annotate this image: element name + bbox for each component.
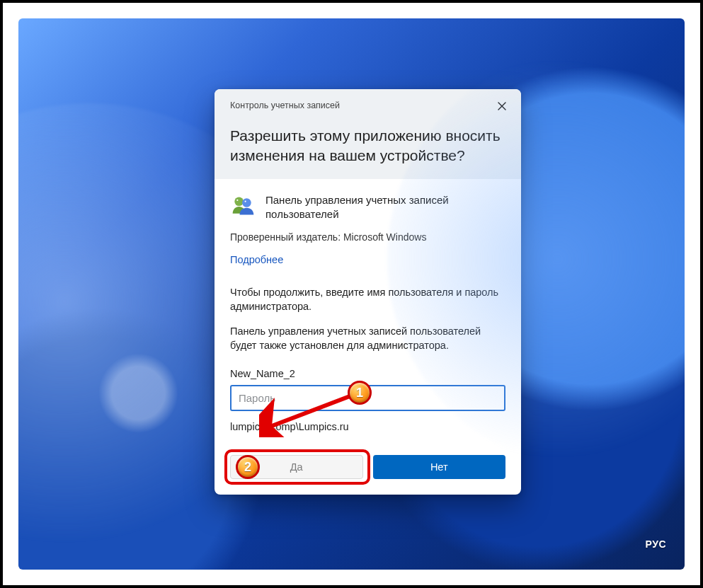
desktop-wallpaper: Контроль учетных записей Разрешить этому… xyxy=(18,18,685,570)
instruction-enter-credentials: Чтобы продолжить, введите имя пользовате… xyxy=(230,285,505,314)
users-icon xyxy=(230,193,256,219)
ime-indicator[interactable]: РУС xyxy=(646,538,666,550)
username-label: New_Name_2 xyxy=(230,368,505,379)
svg-point-0 xyxy=(234,197,244,206)
app-name: Панель управления учетных записей пользо… xyxy=(265,193,505,222)
publisher-line: Проверенный издатель: Microsoft Windows xyxy=(230,231,505,243)
instruction-applies-to-admin: Панель управления учетных записей пользо… xyxy=(230,324,505,353)
svg-point-1 xyxy=(242,198,251,207)
uac-dialog: Контроль учетных записей Разрешить этому… xyxy=(215,89,521,495)
svg-point-2 xyxy=(236,200,238,201)
uac-button-row: Да Нет 2 xyxy=(215,445,521,495)
uac-caption: Контроль учетных записей xyxy=(230,100,505,110)
uac-body: Панель управления учетных записей пользо… xyxy=(215,179,521,446)
no-button[interactable]: Нет xyxy=(373,455,506,479)
close-icon xyxy=(498,102,506,110)
no-button-label: Нет xyxy=(430,461,448,473)
svg-point-3 xyxy=(245,200,246,202)
uac-dialog-header: Контроль учетных записей Разрешить этому… xyxy=(215,89,521,179)
yes-button-label: Да xyxy=(290,461,303,473)
screenshot-frame: Контроль учетных записей Разрешить этому… xyxy=(0,0,703,588)
close-button[interactable] xyxy=(491,96,513,116)
uac-title: Разрешить этому приложению вносить измен… xyxy=(230,126,505,166)
domain-user-line: lumpics_comp\Lumpics.ru xyxy=(230,421,505,432)
show-more-link[interactable]: Подробнее xyxy=(230,254,283,265)
app-info-row: Панель управления учетных записей пользо… xyxy=(230,193,505,222)
annotation-badge-1: 1 xyxy=(348,381,372,405)
